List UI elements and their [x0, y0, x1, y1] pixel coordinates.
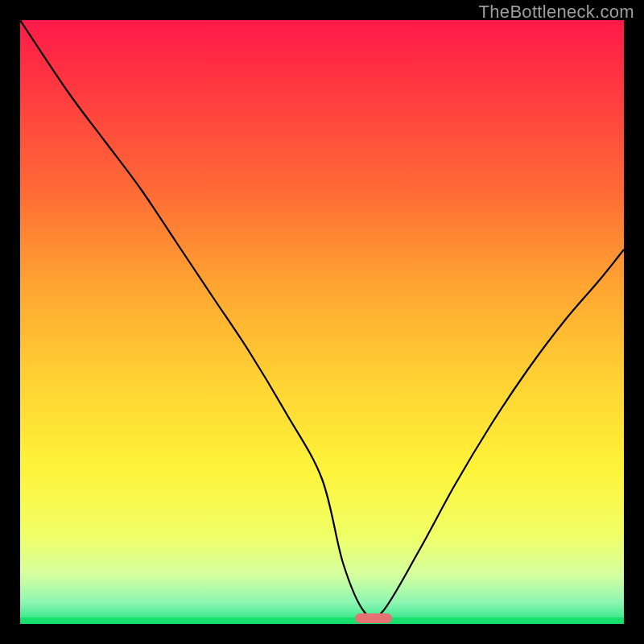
optimal-marker: [355, 613, 392, 623]
watermark-text: TheBottleneck.com: [479, 2, 634, 23]
plot-area: [20, 20, 624, 624]
bottleneck-curve: [20, 20, 624, 624]
chart-frame: TheBottleneck.com: [0, 0, 644, 644]
